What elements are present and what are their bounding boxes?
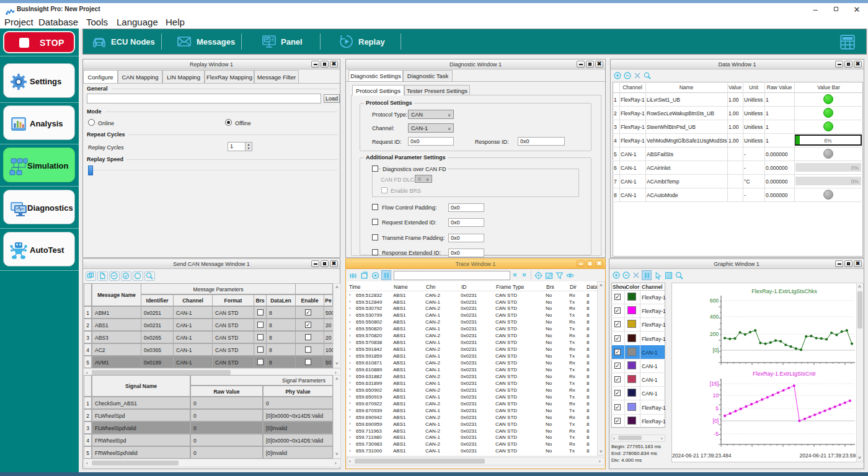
svg-text:[15]: [15] (710, 381, 719, 387)
svg-text:[0]: [0] (713, 418, 719, 424)
svg-text:FlexRay-1.ExtrLtgStsCntr: FlexRay-1.ExtrLtgStsCntr (753, 371, 816, 377)
svg-text:600: 600 (710, 298, 719, 304)
svg-text:400: 400 (710, 314, 719, 320)
svg-text:200: 200 (710, 331, 719, 337)
svg-text:5: 5 (715, 405, 719, 412)
svg-text:-5: -5 (714, 431, 719, 437)
svg-text:FlexRay-1.ExtrLtgStsChks: FlexRay-1.ExtrLtgStsChks (751, 288, 817, 294)
svg-text:10: 10 (713, 392, 719, 399)
svg-text:[0]: [0] (713, 347, 719, 353)
